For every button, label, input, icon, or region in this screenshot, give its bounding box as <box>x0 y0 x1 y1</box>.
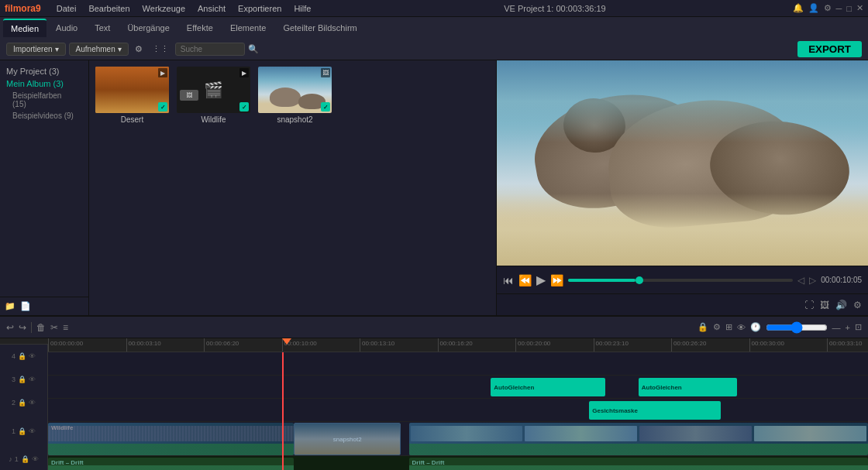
menu-werkzeuge[interactable]: Werkzeuge <box>136 0 191 17</box>
track-audio-content[interactable]: Drift – Drift Drift – Drift <box>48 456 868 470</box>
tick-8: 00:00:26:20 <box>671 338 706 352</box>
next-frame-btn[interactable]: ⏩ <box>550 274 563 286</box>
track-label-2: 2 🔒 👁 <box>0 391 48 414</box>
track-2-content[interactable]: Gesichtsmaske <box>48 399 868 422</box>
tab-elemente[interactable]: Elemente <box>222 19 274 37</box>
clip-wildlife-2[interactable]: Wildlife <box>409 423 868 455</box>
clip-autogliech-1[interactable]: AutoGleichen <box>491 378 605 396</box>
import-file-icon[interactable]: 📄 <box>20 301 31 311</box>
tab-geteilter-bildschirm[interactable]: Geteilter Bildschirm <box>275 19 364 37</box>
snapshot2-label: snapshot2 <box>258 115 332 124</box>
search-icon: 🔍 <box>248 44 259 54</box>
record-button[interactable]: Aufnehmen ▾ <box>69 43 129 56</box>
media-item-wildlife[interactable]: 🎬 ▶ ✓ 🖼 Wildlife <box>177 67 250 124</box>
delete-button[interactable]: 🗑 <box>36 322 46 333</box>
cut-button[interactable]: ✂ <box>50 322 58 333</box>
volume-icon[interactable]: 🔊 <box>835 300 847 310</box>
clip-wildlife-1[interactable]: Wildlife <box>48 423 294 455</box>
play-btn[interactable]: ▶ <box>536 273 546 287</box>
zoom-slider[interactable] <box>766 321 828 334</box>
audio-1-eye[interactable]: 👁 <box>32 455 39 463</box>
track-4-num: 4 <box>12 352 16 360</box>
clip-snapshot2[interactable]: snapshot2 <box>294 423 401 455</box>
zoom-out-icon[interactable]: — <box>832 323 841 332</box>
media-area: ▶ ✓ Desert 🎬 ▶ ✓ 🖼 Wildlife <box>89 60 496 315</box>
toolbar: Medien Audio Text Übergänge Effekte Elem… <box>0 17 868 60</box>
list-button[interactable]: ≡ <box>63 322 68 333</box>
tick-2: 00:00:06:20 <box>204 338 239 352</box>
track-3-content[interactable]: AutoGleichen AutoGleichen <box>48 376 868 399</box>
picture-icon[interactable]: 🖼 <box>820 300 829 310</box>
track-4-lock[interactable]: 🔒 <box>18 352 26 360</box>
export-button[interactable]: EXPORT <box>797 41 862 57</box>
folder-icon[interactable]: 📁 <box>5 301 16 311</box>
media-item-desert[interactable]: ▶ ✓ Desert <box>95 67 169 124</box>
main-area: My Project (3) Mein Album (3) Beispielfa… <box>0 60 868 315</box>
track-1-num: 1 <box>12 427 16 435</box>
tab-medien[interactable]: Medien <box>3 19 46 37</box>
tree-item-album[interactable]: Mein Album (3) <box>3 77 85 90</box>
minimize-btn[interactable]: ─ <box>836 4 842 13</box>
media-item-snapshot2[interactable]: 🖼 ✓ snapshot2 <box>258 67 332 124</box>
track-4-content[interactable] <box>48 352 868 376</box>
track-3-eye[interactable]: 👁 <box>29 376 36 383</box>
fit-icon[interactable]: ⊡ <box>855 322 862 332</box>
desert-check: ✓ <box>158 102 167 111</box>
menu-exportieren[interactable]: Exportieren <box>232 0 288 17</box>
audio-note-icon: ♪ <box>9 455 12 463</box>
tick-1: 00:00:03:10 <box>126 338 161 352</box>
preview-time: 00:00:10:05 <box>821 276 862 284</box>
bell-icon: 🔔 <box>793 3 804 13</box>
track-3-num: 3 <box>12 376 16 383</box>
timeline-toolbar: ↩ ↪ 🗑 ✂ ≡ 🔒 ⚙ ⊞ 👁 🕐 — + ⊡ <box>0 317 868 338</box>
maximize-btn[interactable]: □ <box>846 4 852 13</box>
undo-button[interactable]: ↩ <box>6 322 14 333</box>
preview-controls: ⏮ ⏪ ▶ ⏩ ◁ ▷ 00:00:10:05 <box>497 266 868 293</box>
tick-0: 00:00:00:00 <box>48 338 83 352</box>
audio-clip-1[interactable]: Drift – Drift <box>48 458 294 470</box>
progress-bar[interactable] <box>568 279 793 282</box>
tab-audio[interactable]: Audio <box>48 19 85 37</box>
menu-datei[interactable]: Datei <box>50 0 83 17</box>
menu-bearbeiten[interactable]: Bearbeiten <box>82 0 136 17</box>
settings2-icon[interactable]: ⚙ <box>853 300 862 310</box>
track-2-lock[interactable]: 🔒 <box>18 399 26 407</box>
close-btn[interactable]: ✕ <box>856 3 863 13</box>
grid-icon: ⋮⋮ <box>152 44 169 54</box>
preview-bottom: ⛶ 🖼 🔊 ⚙ <box>497 293 868 315</box>
tree-item-videos[interactable]: Beispielvideos (9) <box>3 110 85 122</box>
tree-root[interactable]: My Project (3) <box>3 65 85 77</box>
track-label-audio1: ♪ 1 🔒 👁 <box>0 448 48 470</box>
menu-hilfe[interactable]: Hilfe <box>288 0 317 17</box>
track-1-video-content[interactable]: Wildlife snapshot2 Wildlife <box>48 422 868 456</box>
tab-uebergaenge[interactable]: Übergänge <box>119 19 177 37</box>
zoom-in-icon[interactable]: + <box>846 323 850 332</box>
track-1-eye[interactable]: 👁 <box>29 427 36 435</box>
import-button[interactable]: Importieren ▾ <box>6 43 66 56</box>
audio-clip-2[interactable]: Drift – Drift <box>409 458 868 470</box>
menu-ansicht[interactable]: Ansicht <box>191 0 232 17</box>
track-4-eye[interactable]: 👁 <box>29 352 36 360</box>
clip-gesichtsmaske[interactable]: Gesichtsmaske <box>589 401 720 420</box>
tab-text[interactable]: Text <box>87 19 118 37</box>
audio-1-lock[interactable]: 🔒 <box>21 455 29 463</box>
go-start-btn[interactable]: ⏮ <box>503 274 514 286</box>
redo-button[interactable]: ↪ <box>19 322 26 333</box>
media-thumb-snapshot2: 🖼 ✓ <box>258 67 332 113</box>
left-panel-bottom: 📁 📄 <box>0 297 88 315</box>
fullscreen-icon[interactable]: ⛶ <box>804 300 814 310</box>
account-icon: 👤 <box>808 3 819 13</box>
desert-label: Desert <box>95 115 169 124</box>
media-items: ▶ ✓ Desert 🎬 ▶ ✓ 🖼 Wildlife <box>95 67 490 124</box>
tree-item-farben[interactable]: Beispielfarben (15) <box>3 90 85 110</box>
track-1-lock[interactable]: 🔒 <box>18 427 26 435</box>
clip-autogliech-2[interactable]: AutoGleichen <box>639 378 737 396</box>
bracket-right: ▷ <box>809 275 816 286</box>
clock-icon: 🕐 <box>750 322 761 332</box>
playhead-line <box>282 352 284 470</box>
track-2-eye[interactable]: 👁 <box>29 399 36 407</box>
tab-effekte[interactable]: Effekte <box>179 19 221 37</box>
search-input[interactable] <box>175 43 245 56</box>
track-3-lock[interactable]: 🔒 <box>18 376 26 383</box>
prev-frame-btn[interactable]: ⏪ <box>518 274 532 286</box>
